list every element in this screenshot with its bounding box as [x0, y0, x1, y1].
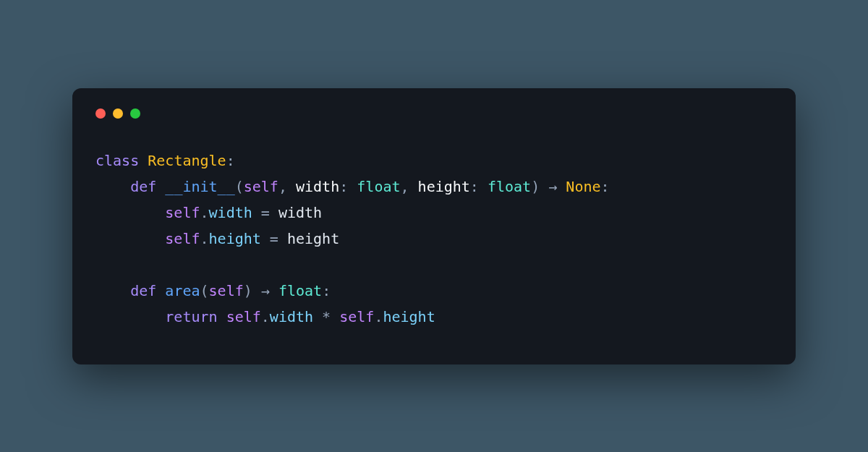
- keyword-def: def: [130, 282, 156, 299]
- prop-width: width: [209, 204, 252, 221]
- minimize-icon[interactable]: [113, 108, 123, 119]
- keyword-def: def: [130, 178, 156, 195]
- multiply-operator: *: [322, 308, 331, 325]
- keyword-return: return: [165, 308, 217, 325]
- maximize-icon[interactable]: [130, 108, 140, 119]
- class-name: Rectangle: [148, 152, 226, 169]
- arrow-icon: →: [261, 282, 270, 299]
- param-width: width: [296, 178, 339, 195]
- function-area: area: [165, 282, 200, 299]
- function-init: __init__: [165, 178, 234, 195]
- type-none: None: [566, 178, 600, 195]
- close-icon[interactable]: [95, 108, 106, 119]
- param-height: height: [418, 178, 470, 195]
- type-float: float: [278, 282, 322, 299]
- traffic-lights: [95, 108, 773, 119]
- arrow-icon: →: [548, 178, 557, 195]
- prop-height: height: [209, 230, 261, 247]
- code-window: class Rectangle: def __init__(self, widt…: [72, 88, 796, 364]
- type-float: float: [357, 178, 400, 195]
- code-block: class Rectangle: def __init__(self, widt…: [95, 148, 773, 330]
- type-float: float: [488, 178, 531, 195]
- param-self: self: [244, 178, 278, 195]
- keyword-class: class: [95, 152, 139, 169]
